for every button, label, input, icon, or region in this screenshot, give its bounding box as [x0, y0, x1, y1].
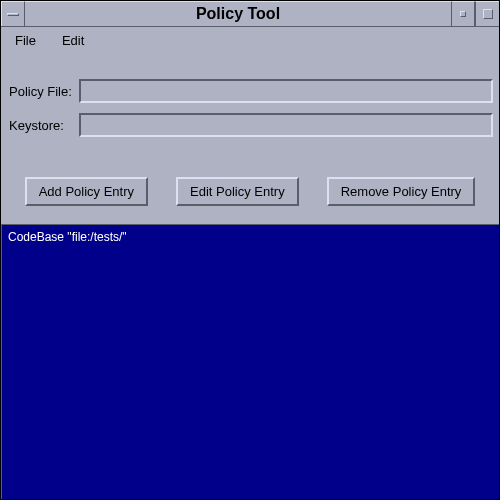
- menu-file[interactable]: File: [9, 31, 42, 50]
- maximize-button[interactable]: [475, 1, 499, 26]
- remove-policy-entry-button[interactable]: Remove Policy Entry: [327, 177, 476, 206]
- window-menu-icon: [7, 13, 19, 16]
- minimize-button[interactable]: [451, 1, 475, 26]
- menubar: File Edit: [1, 27, 499, 53]
- policy-file-label: Policy File:: [7, 84, 79, 99]
- button-row: Add Policy Entry Edit Policy Entry Remov…: [1, 153, 499, 224]
- keystore-label: Keystore:: [7, 118, 79, 133]
- policy-file-row: Policy File:: [7, 79, 493, 103]
- policy-entry-list[interactable]: CodeBase "file:/tests/": [1, 224, 499, 499]
- menu-edit[interactable]: Edit: [56, 31, 90, 50]
- policy-tool-window: Policy Tool File Edit Policy File: Keyst…: [0, 0, 500, 500]
- list-item[interactable]: CodeBase "file:/tests/": [8, 229, 493, 245]
- titlebar: Policy Tool: [1, 1, 499, 27]
- keystore-input[interactable]: [79, 113, 493, 137]
- minimize-icon: [460, 11, 466, 17]
- window-title: Policy Tool: [25, 1, 451, 26]
- maximize-icon: [483, 9, 493, 19]
- window-menu-button[interactable]: [1, 1, 25, 26]
- form-area: Policy File: Keystore:: [1, 53, 499, 153]
- policy-file-input[interactable]: [79, 79, 493, 103]
- add-policy-entry-button[interactable]: Add Policy Entry: [25, 177, 148, 206]
- keystore-row: Keystore:: [7, 113, 493, 137]
- content-area: Policy File: Keystore: Add Policy Entry …: [1, 53, 499, 499]
- edit-policy-entry-button[interactable]: Edit Policy Entry: [176, 177, 299, 206]
